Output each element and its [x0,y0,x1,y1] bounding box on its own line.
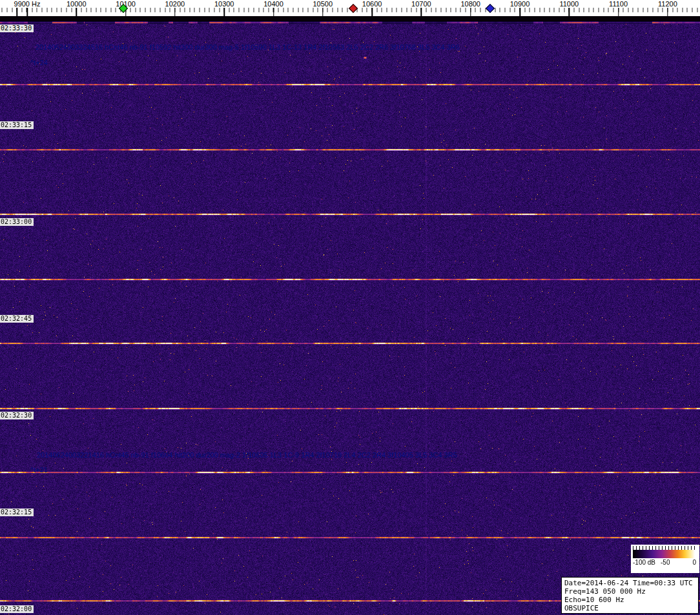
info-date-time-line: Date=2014-06-24 Time=00:33 UTC [564,579,698,587]
waterfall-canvas [0,21,700,615]
spectrogram-screen: 9900 Hz100001010010200103001040010500106… [0,0,700,615]
freq-tick-label: 11000 [559,0,579,8]
freq-tick-label: 11200 [658,0,677,8]
freq-tick-label: 10200 [165,0,185,8]
freq-tick-label: 10800 [460,0,480,8]
detection-time-caret: ^t+24 [30,59,48,66]
colorbar-labels: -100 dB -50 0 [631,558,699,568]
freq-tick-label: 10400 [263,0,283,8]
info-station-line: OBSUPICE [564,604,698,612]
colorbar-label-max: 0 [692,559,696,566]
freq-tick-label: 10500 [313,0,333,8]
freq-tick-label: 10600 [362,0,382,8]
time-axis-label: 02:33:00 [0,218,34,226]
freq-tick-label: 10700 [411,0,431,8]
info-echo-line: Echo=10 600 Hz [564,596,698,604]
colorbar-label-mid: -50 [661,559,670,566]
time-axis-label: 02:32:45 [0,315,34,323]
time-axis-label: 02:32:15 [0,509,34,516]
colorbar-label-min: -100 dB [633,559,655,566]
frequency-ruler: 9900 Hz100001010010200103001040010500106… [0,0,700,16]
time-axis-label: 02:33:15 [0,121,34,129]
freq-tick-label: 10000 [67,0,87,8]
db-colorbar-legend: -100 dB -50 0 [631,545,699,573]
time-axis-label: 02:32:00 [0,605,34,613]
freq-tick-label: 10300 [214,0,234,8]
observation-info-box: Date=2014-06-24 Time=00:33 UTC Freq=143 … [561,577,699,614]
freq-tick-label: 11100 [609,0,628,8]
detection-time-caret: ^t+21 [30,466,48,474]
ruler-baseline-strip [0,16,700,21]
colorbar-gradient [633,550,697,558]
time-axis-label: 02:32:30 [0,412,34,419]
detection-annotation-text: 20140624003221416 hCnt45 nb-91 f10604 hi… [37,451,457,459]
detection-annotation-text: 20140624003324516 hCnt46 nb-91 f10592 hi… [36,43,460,51]
freq-tick-label: 10900 [510,0,530,8]
info-frequency-line: Freq=143 050 000 Hz [564,587,698,596]
time-axis-label: 02:33:30 [0,25,34,32]
freq-tick-label: 9900 Hz [14,0,41,8]
